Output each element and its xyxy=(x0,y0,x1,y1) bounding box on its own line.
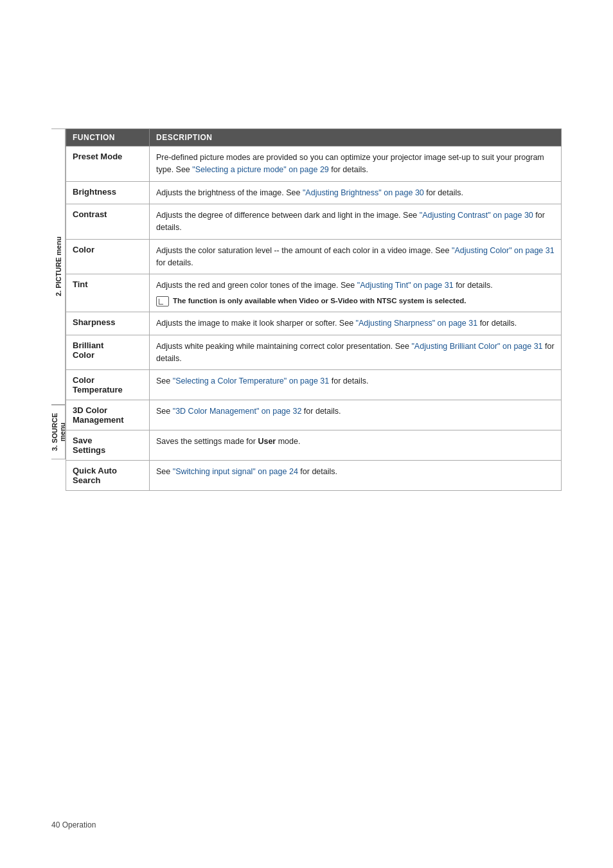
table-row: Preset Mode Pre-defined picture modes ar… xyxy=(66,146,562,182)
table-row: Tint Adjusts the red and green color ton… xyxy=(66,274,562,312)
table-row: ColorTemperature See "Selecting a Color … xyxy=(66,370,562,400)
table-row: Sharpness Adjusts the image to make it l… xyxy=(66,312,562,335)
quick-auto-search-link[interactable]: "Switching input signal" on page 24 xyxy=(173,467,298,476)
description-cell: Pre-defined picture modes are provided s… xyxy=(150,146,562,182)
table-row: SaveSettings Saves the settings made for… xyxy=(66,430,562,461)
function-cell: Preset Mode xyxy=(66,146,150,182)
function-cell: Color xyxy=(66,239,150,274)
3d-color-link[interactable]: "3D Color Management" on page 32 xyxy=(173,407,302,416)
table-row: Brightness Adjusts the brightness of the… xyxy=(66,181,562,204)
table-row: BrilliantColor Adjusts white peaking whi… xyxy=(66,335,562,370)
function-cell: Brightness xyxy=(66,181,150,204)
description-header: DESCRIPTION xyxy=(150,129,562,146)
function-cell: SaveSettings xyxy=(66,430,150,461)
color-temp-link[interactable]: "Selecting a Color Temperature" on page … xyxy=(173,376,330,385)
note-icon xyxy=(156,296,169,306)
table-header-row: FUNCTION DESCRIPTION xyxy=(66,129,562,146)
table-row: Contrast Adjusts the degree of differenc… xyxy=(66,204,562,240)
table-row: Quick AutoSearch See "Switching input si… xyxy=(66,461,562,491)
function-cell: ColorTemperature xyxy=(66,370,150,400)
source-menu-label: 3. SOURCE menu xyxy=(51,405,66,459)
description-cell: Adjusts white peaking while maintaining … xyxy=(150,335,562,370)
description-cell: Adjusts the image to make it look sharpe… xyxy=(150,312,562,335)
page-footer: 40 Operation xyxy=(51,820,96,829)
function-cell: Quick AutoSearch xyxy=(66,461,150,491)
sharpness-link[interactable]: "Adjusting Sharpness" on page 31 xyxy=(356,319,478,328)
page-container: 2. PICTURE menu 3. SOURCE menu FUNCTION … xyxy=(0,0,613,868)
description-cell: Saves the settings made for User mode. xyxy=(150,430,562,461)
brilliant-color-link[interactable]: "Adjusting Brilliant Color" on page 31 xyxy=(411,342,542,351)
table-row: Color Adjusts the color saturation level… xyxy=(66,239,562,274)
table-row: 3D ColorManagement See "3D Color Managem… xyxy=(66,400,562,430)
function-cell: Sharpness xyxy=(66,312,150,335)
contrast-link[interactable]: "Adjusting Contrast" on page 30 xyxy=(420,211,533,220)
tint-link[interactable]: "Adjusting Tint" on page 31 xyxy=(357,281,454,290)
brightness-link[interactable]: "Adjusting Brightness" on page 30 xyxy=(303,188,424,197)
function-cell: BrilliantColor xyxy=(66,335,150,370)
description-cell: Adjusts the red and green color tones of… xyxy=(150,274,562,312)
table-wrapper: 2. PICTURE menu 3. SOURCE menu FUNCTION … xyxy=(51,128,562,491)
function-cell: Contrast xyxy=(66,204,150,240)
color-link[interactable]: "Adjusting Color" on page 31 xyxy=(452,246,555,255)
description-cell: See "3D Color Management" on page 32 for… xyxy=(150,400,562,430)
function-cell: Tint xyxy=(66,274,150,312)
note-text: The function is only available when Vide… xyxy=(173,296,466,306)
description-cell: Adjusts the color saturation level -- th… xyxy=(150,239,562,274)
user-bold: User xyxy=(258,437,276,446)
preset-mode-link[interactable]: "Selecting a picture mode" on page 29 xyxy=(192,165,329,174)
description-cell: Adjusts the degree of difference between… xyxy=(150,204,562,240)
function-cell: 3D ColorManagement xyxy=(66,400,150,430)
picture-menu-label: 2. PICTURE menu xyxy=(51,128,66,405)
side-labels: 2. PICTURE menu 3. SOURCE menu xyxy=(51,128,66,491)
function-header: FUNCTION xyxy=(66,129,150,146)
description-cell: Adjusts the brightness of the image. See… xyxy=(150,181,562,204)
tint-note: The function is only available when Vide… xyxy=(156,296,555,306)
main-table: FUNCTION DESCRIPTION Preset Mode Pre-def… xyxy=(66,128,562,491)
description-cell: See "Selecting a Color Temperature" on p… xyxy=(150,370,562,400)
description-cell: See "Switching input signal" on page 24 … xyxy=(150,461,562,491)
